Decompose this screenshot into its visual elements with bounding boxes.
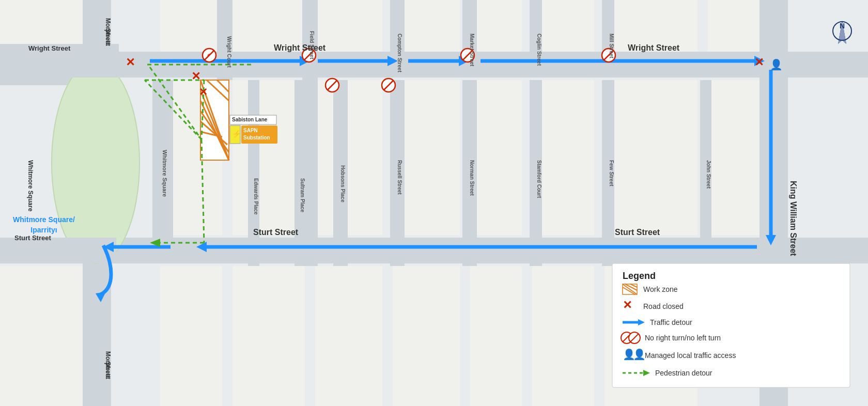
svg-text:✕: ✕: [623, 299, 632, 311]
svg-text:Sultram Place: Sultram Place: [300, 178, 305, 213]
svg-text:✕: ✕: [191, 70, 200, 83]
svg-text:Norman Street: Norman Street: [469, 160, 475, 196]
svg-rect-20: [0, 266, 83, 406]
svg-text:King William Street: King William Street: [789, 181, 798, 256]
svg-text:Whitmore Square: Whitmore Square: [27, 160, 34, 212]
svg-text:✕: ✕: [754, 56, 764, 69]
map-container: ↱ ✕ ✕ ✕ ✕ 👤 Wright Street: [0, 0, 868, 406]
svg-text:Few Street: Few Street: [609, 160, 614, 186]
svg-rect-24: [393, 266, 460, 406]
svg-text:Wright Street: Wright Street: [28, 44, 71, 52]
svg-rect-13: [233, 80, 305, 235]
svg-text:↱: ↱: [207, 53, 211, 58]
svg-point-47: [52, 62, 140, 263]
svg-rect-21: [160, 266, 222, 406]
svg-text:SAPN: SAPN: [243, 128, 258, 133]
svg-text:Managed local traffic access: Managed local traffic access: [645, 351, 736, 360]
svg-text:✕: ✕: [126, 56, 135, 69]
svg-text:Hobsons Place: Hobsons Place: [340, 165, 346, 202]
svg-text:Iparrityı: Iparrityı: [30, 226, 57, 234]
svg-rect-25: [470, 266, 522, 406]
svg-rect-19: [708, 80, 760, 235]
svg-text:Legend: Legend: [623, 271, 656, 281]
svg-text:Wright Court: Wright Court: [226, 36, 232, 68]
svg-text:✕: ✕: [199, 86, 208, 98]
svg-text:Field Street: Field Street: [309, 31, 315, 59]
svg-text:Pedestrian detour: Pedestrian detour: [655, 369, 712, 377]
svg-rect-6: [470, 0, 522, 54]
svg-text:John Street: John Street: [706, 160, 711, 189]
svg-text:⚡: ⚡: [232, 130, 241, 138]
svg-text:👤: 👤: [633, 348, 646, 361]
svg-text:Wright Street: Wright Street: [274, 43, 326, 52]
svg-text:Sturt Street: Sturt Street: [14, 234, 51, 242]
svg-text:Whitmore Square: Whitmore Square: [162, 150, 168, 197]
svg-text:Traffic detour: Traffic detour: [650, 318, 692, 326]
svg-text:Stamford Court: Stamford Court: [536, 160, 542, 198]
svg-text:Coglin Street: Coglin Street: [536, 34, 542, 66]
svg-rect-16: [470, 80, 522, 235]
svg-text:Sturt Street: Sturt Street: [253, 228, 299, 237]
svg-rect-23: [315, 266, 382, 406]
svg-rect-142: [612, 263, 850, 387]
svg-rect-14: [315, 80, 382, 235]
svg-rect-33: [295, 80, 307, 266]
svg-text:No right turn/no left turn: No right turn/no left turn: [645, 334, 721, 342]
svg-text:Whitmore Square/: Whitmore Square/: [13, 215, 75, 224]
svg-text:Sabiston Lane: Sabiston Lane: [232, 117, 268, 122]
svg-text:Compton Street: Compton Street: [397, 34, 402, 73]
svg-rect-11: [0, 238, 868, 263]
svg-text:Street: Street: [104, 362, 112, 379]
svg-text:👤: 👤: [770, 58, 783, 71]
svg-text:Market Street: Market Street: [469, 34, 475, 67]
svg-rect-2: [160, 0, 222, 54]
svg-rect-26: [532, 266, 594, 406]
svg-rect-22: [233, 266, 305, 406]
svg-text:N: N: [840, 22, 845, 30]
svg-text:Work zone: Work zone: [643, 285, 678, 293]
svg-text:Road closed: Road closed: [643, 302, 684, 310]
svg-text:Russell Street: Russell Street: [397, 160, 402, 195]
svg-text:Edwards Place: Edwards Place: [253, 178, 259, 215]
svg-rect-18: [605, 80, 698, 235]
svg-rect-34: [248, 80, 259, 266]
svg-text:Mill Street: Mill Street: [609, 34, 614, 58]
svg-text:Wright Street: Wright Street: [628, 43, 680, 52]
svg-text:Sturt Street: Sturt Street: [615, 228, 660, 237]
svg-text:Substation: Substation: [243, 135, 270, 140]
svg-text:Street: Street: [104, 28, 112, 46]
